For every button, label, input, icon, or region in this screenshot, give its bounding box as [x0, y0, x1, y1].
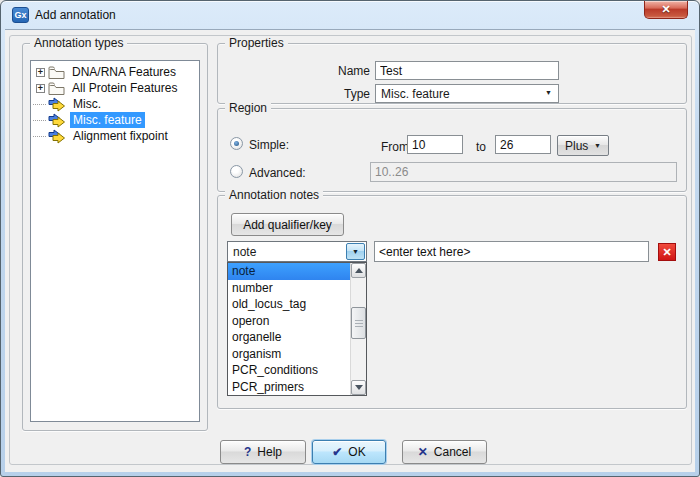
expand-icon[interactable]: +: [36, 68, 45, 77]
x-icon: ✕: [418, 445, 428, 459]
list-item[interactable]: operon: [228, 313, 350, 330]
qualifier-list[interactable]: note number old_locus_tag operon organel…: [227, 262, 367, 396]
expand-icon[interactable]: +: [36, 84, 45, 93]
check-icon: ✔: [332, 445, 342, 459]
help-button-label: Help: [257, 445, 282, 459]
list-item[interactable]: number: [228, 280, 350, 297]
folder-icon: [48, 82, 65, 95]
chevron-down-icon: ▼: [352, 248, 359, 255]
triangle-down-icon: [355, 385, 363, 390]
add-qualifier-key-button[interactable]: Add qualifier/key: [231, 213, 344, 236]
ok-button-label: OK: [348, 445, 365, 459]
annotation-types-title: Annotation types: [30, 36, 127, 50]
tree-connector: [33, 120, 46, 121]
strand-dropdown-value: Plus: [565, 138, 588, 154]
annotation-types-group: Annotation types + DNA/RNA Features +: [22, 43, 208, 431]
cancel-button-label: Cancel: [434, 445, 471, 459]
tree-item-label: Alignment fixpoint: [70, 128, 171, 144]
tree-item-dna-rna-features[interactable]: + DNA/RNA Features: [31, 64, 199, 80]
grip-icon: [355, 320, 363, 327]
folder-icon: [48, 66, 65, 79]
type-label: Type: [218, 87, 370, 101]
simple-radio[interactable]: [230, 137, 243, 150]
tree-connector: [33, 136, 46, 137]
titlebar[interactable]: Gx Add annotation ✕: [1, 1, 699, 29]
to-field[interactable]: [495, 135, 551, 154]
close-button[interactable]: ✕: [644, 1, 688, 19]
tree-item-label: All Protein Features: [69, 80, 180, 96]
type-dropdown-value: Misc. feature: [381, 86, 450, 102]
ok-button[interactable]: ✔ OK: [312, 440, 386, 464]
list-item[interactable]: old_locus_tag: [228, 296, 350, 313]
tree-connector: [33, 104, 46, 105]
annotation-arrows-icon: [48, 113, 66, 128]
annotation-arrows-icon: [48, 129, 66, 144]
list-item[interactable]: organism: [228, 346, 350, 363]
scroll-down-button[interactable]: [351, 380, 366, 395]
list-item[interactable]: PCR_primers: [228, 379, 350, 396]
to-label: to: [476, 140, 486, 154]
help-icon: ?: [244, 445, 251, 459]
annotation-notes-title: Annotation notes: [225, 188, 323, 202]
main-panel: Annotation types + DNA/RNA Features +: [9, 35, 692, 465]
name-label: Name: [218, 64, 370, 78]
strand-dropdown[interactable]: Plus ▼: [557, 135, 609, 156]
qualifier-list-items: note number old_locus_tag operon organel…: [228, 263, 350, 395]
tree-item-label: DNA/RNA Features: [69, 64, 179, 80]
tree-item-misc[interactable]: Misc.: [31, 96, 199, 112]
tree-item-all-protein-features[interactable]: + All Protein Features: [31, 80, 199, 96]
note-text-field[interactable]: [374, 241, 649, 262]
help-button[interactable]: ? Help: [220, 440, 306, 464]
annotation-notes-group: Annotation notes Add qualifier/key note …: [217, 195, 687, 409]
scroll-up-button[interactable]: [351, 263, 366, 278]
dialog-content: Annotation types + DNA/RNA Features +: [5, 29, 695, 472]
add-qualifier-key-label: Add qualifier/key: [243, 218, 332, 232]
simple-label: Simple:: [249, 138, 289, 152]
list-item-selected[interactable]: note: [228, 263, 350, 280]
triangle-up-icon: [355, 268, 363, 273]
advanced-label: Advanced:: [249, 166, 306, 180]
from-field[interactable]: [407, 135, 463, 154]
tree-item-label: Misc.: [70, 96, 104, 112]
annotation-types-tree[interactable]: + DNA/RNA Features + All Protein Feature…: [30, 60, 200, 422]
advanced-field: [370, 162, 677, 182]
tree-item-label-selected: Misc. feature: [70, 112, 145, 128]
add-annotation-dialog: Gx Add annotation ✕ Annotation types + D…: [0, 0, 700, 477]
name-field[interactable]: [375, 61, 559, 80]
qualifier-dropdown[interactable]: note ▼: [227, 241, 367, 262]
tree-item-alignment-fixpoint[interactable]: Alignment fixpoint: [31, 128, 199, 144]
chevron-down-icon: ▼: [545, 89, 552, 96]
annotation-arrows-icon: [48, 97, 66, 112]
app-logo-icon: Gx: [12, 7, 29, 23]
qualifier-dropdown-value: note: [233, 244, 256, 260]
region-title: Region: [225, 101, 271, 115]
list-item[interactable]: organelle: [228, 329, 350, 346]
from-label: From: [381, 140, 409, 154]
list-item[interactable]: PCR_conditions: [228, 362, 350, 379]
list-scrollbar[interactable]: [350, 263, 366, 395]
advanced-radio[interactable]: [230, 165, 243, 178]
qualifier-dropdown-button[interactable]: ▼: [346, 243, 365, 260]
scroll-thumb[interactable]: [351, 307, 366, 339]
properties-title: Properties: [225, 36, 288, 50]
type-dropdown[interactable]: Misc. feature ▼: [375, 84, 559, 103]
delete-note-button[interactable]: ✕: [658, 243, 676, 261]
region-group: Region Simple: From to Plus ▼ Advanced:: [217, 108, 687, 192]
tree-item-misc-feature[interactable]: Misc. feature: [31, 112, 199, 128]
chevron-down-icon: ▼: [594, 142, 601, 149]
cancel-button[interactable]: ✕ Cancel: [402, 440, 487, 464]
properties-group: Properties Name Type Misc. feature ▼: [217, 43, 687, 104]
window-title: Add annotation: [35, 8, 116, 22]
